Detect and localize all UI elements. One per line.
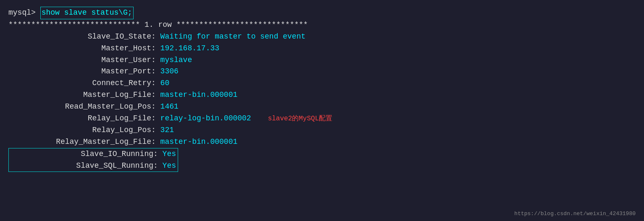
field-row: Relay_Master_Log_File: master-bin.000001 xyxy=(8,136,636,148)
field-value: master-bin.000001 xyxy=(160,136,238,148)
colon: : xyxy=(151,113,160,125)
field-row: Master_Port: 3306 xyxy=(8,66,636,78)
field-row: Master_Log_File: master-bin.000001 xyxy=(8,89,636,101)
annotation-text: slave2的MySQL配置 xyxy=(268,114,333,124)
colon: : xyxy=(151,31,160,43)
field-name: Slave_IO_Running xyxy=(11,148,153,160)
prompt: mysql> xyxy=(8,7,40,19)
field-name: Connect_Retry xyxy=(8,78,151,89)
field-row: Slave_IO_State: Waiting for master to se… xyxy=(8,31,636,43)
url-text: https://blog.csdn.net/weixin_42431980 xyxy=(514,211,636,217)
field-value: relay-log-bin.000002 xyxy=(160,113,251,125)
colon: : xyxy=(151,89,160,101)
field-value: 60 xyxy=(160,78,170,89)
field-row: Master_User: myslave xyxy=(8,55,636,66)
field-row: Slave_IO_Running: Yes xyxy=(11,148,176,160)
field-row: Read_Master_Log_Pos: 1461 xyxy=(8,101,636,113)
field-name: Master_Port xyxy=(8,66,151,78)
field-name: Relay_Master_Log_File xyxy=(8,136,151,148)
fields-container: Slave_IO_State: Waiting for master to se… xyxy=(8,31,636,172)
field-value: myslave xyxy=(160,55,192,66)
separator-line: ***************************** 1. row ***… xyxy=(8,19,636,31)
field-name: Master_Host xyxy=(8,43,151,55)
colon: : xyxy=(151,66,160,78)
highlight-box: Slave_IO_Running: YesSlave_SQL_Running: … xyxy=(8,148,178,172)
field-value: 192.168.17.33 xyxy=(160,43,219,55)
colon: : xyxy=(153,148,163,160)
field-name: Relay_Log_File xyxy=(8,113,151,125)
separator-text: ***************************** 1. row ***… xyxy=(8,19,308,31)
field-name: Master_Log_File xyxy=(8,89,151,101)
field-value: master-bin.000001 xyxy=(160,89,238,101)
field-value: Yes xyxy=(163,160,176,172)
field-name: Slave_SQL_Running xyxy=(11,160,153,172)
field-value: 321 xyxy=(160,125,174,136)
field-value: Yes xyxy=(163,148,176,160)
colon: : xyxy=(151,55,160,66)
field-row: Slave_SQL_Running: Yes xyxy=(11,160,176,172)
colon: : xyxy=(151,101,160,113)
field-row: Master_Host: 192.168.17.33 xyxy=(8,43,636,55)
colon: : xyxy=(151,125,160,136)
field-name: Relay_Log_Pos xyxy=(8,125,151,136)
colon: : xyxy=(151,78,160,89)
field-name: Slave_IO_State xyxy=(8,31,151,43)
colon: : xyxy=(151,136,160,148)
colon: : xyxy=(153,160,163,172)
command-line: mysql> show slave status\G; xyxy=(8,7,636,19)
field-value: Waiting for master to send event xyxy=(160,31,306,43)
command-text: show slave status\G; xyxy=(40,7,134,19)
field-value: 3306 xyxy=(160,66,179,78)
colon: : xyxy=(151,43,160,55)
field-row: Relay_Log_File: relay-log-bin.000002slav… xyxy=(8,113,636,125)
field-row: Relay_Log_Pos: 321 xyxy=(8,125,636,136)
field-row: Connect_Retry: 60 xyxy=(8,78,636,89)
field-name: Read_Master_Log_Pos xyxy=(8,101,151,113)
terminal: mysql> show slave status\G; ************… xyxy=(0,0,644,221)
field-value: 1461 xyxy=(160,101,179,113)
field-name: Master_User xyxy=(8,55,151,66)
